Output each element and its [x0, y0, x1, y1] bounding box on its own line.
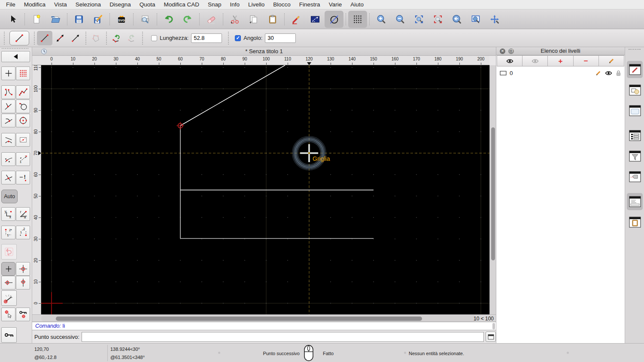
- snap-grid-button[interactable]: [16, 66, 30, 80]
- coords-polar-button[interactable]: ra: [16, 207, 30, 221]
- select-cursor-button[interactable]: [3, 11, 22, 28]
- snap-tangent-button[interactable]: [1, 114, 15, 127]
- undo-button[interactable]: [159, 11, 178, 28]
- open-file-button[interactable]: [46, 11, 65, 28]
- save-as-button[interactable]: [88, 11, 107, 28]
- coords-cartesian-button[interactable]: yx: [1, 207, 15, 221]
- layer-list-widget-button[interactable]: [627, 61, 643, 78]
- entity-list-widget-button[interactable]: [627, 127, 643, 144]
- relative-corner-a-button[interactable]: 12: [1, 226, 15, 239]
- menu-item-quota[interactable]: Quota: [135, 1, 160, 8]
- draw-pen-button[interactable]: [287, 11, 306, 28]
- save-button[interactable]: [70, 11, 88, 28]
- set-relative-zero-button[interactable]: [1, 308, 15, 321]
- paste-button[interactable]: [263, 11, 282, 28]
- zoom-auto-entities-button[interactable]: [428, 11, 447, 28]
- layer-color-swatch[interactable]: [500, 71, 507, 75]
- menu-item-seleziona[interactable]: Seleziona: [71, 1, 105, 8]
- dock-strip-handle[interactable]: [629, 49, 641, 50]
- snap-distance-button[interactable]: [16, 100, 30, 113]
- layer-row[interactable]: 0: [496, 68, 625, 78]
- auto-snap-button[interactable]: Auto: [1, 190, 18, 203]
- snap-intersection-button[interactable]: [1, 171, 15, 184]
- layer-lock-icon[interactable]: [616, 70, 621, 76]
- sidebar-handle[interactable]: [2, 48, 28, 49]
- library-browser-widget-button[interactable]: [627, 102, 643, 119]
- restrict-off-button[interactable]: [1, 244, 17, 259]
- lighting-widget-button[interactable]: [627, 168, 643, 185]
- lock-relative-zero-alt-button[interactable]: [1, 327, 17, 343]
- horizontal-scrollbar[interactable]: 10 < 100: [32, 314, 496, 322]
- length-input[interactable]: [191, 33, 222, 43]
- menu-item-blocco[interactable]: Blocco: [269, 1, 295, 8]
- snap-divide-points-button[interactable]: 12: [16, 152, 30, 166]
- menu-item-snap[interactable]: Snap: [204, 1, 226, 8]
- snap-endpoints-button[interactable]: [1, 85, 15, 99]
- menu-item-disegna[interactable]: Disegna: [105, 1, 135, 8]
- horizontal-scrollbar-track[interactable]: [41, 315, 477, 322]
- restrict-orthogonal-button[interactable]: [16, 262, 30, 276]
- drawing-canvas[interactable]: Griglia: [41, 65, 489, 314]
- undo-segment-button[interactable]: [109, 31, 125, 45]
- angle-input[interactable]: [265, 33, 296, 43]
- toolbar-handle[interactable]: [34, 32, 35, 45]
- layer-visibility-icon[interactable]: [605, 70, 612, 76]
- snap-bounding-box-button[interactable]: [16, 133, 30, 147]
- line-tool-button[interactable]: [306, 11, 325, 28]
- block-list-widget-button[interactable]: [627, 81, 643, 99]
- line-segments-button[interactable]: [37, 31, 52, 45]
- zoom-in-button[interactable]: [372, 11, 391, 28]
- zoom-out-button[interactable]: [391, 11, 410, 28]
- relative-corner-b-button[interactable]: 12: [16, 226, 30, 239]
- zoom-pan-button[interactable]: [485, 11, 504, 28]
- snap-divide-button[interactable]: [1, 152, 15, 166]
- add-layer-button[interactable]: +: [547, 55, 573, 66]
- remove-layer-button[interactable]: −: [573, 55, 599, 66]
- new-document-button[interactable]: [27, 11, 46, 28]
- menu-item-file[interactable]: File: [2, 1, 20, 8]
- angle-gauge-button[interactable]: [1, 290, 17, 306]
- hide-all-layers-button[interactable]: [522, 55, 548, 66]
- length-checkbox[interactable]: [151, 35, 157, 41]
- active-tool-line-button[interactable]: [9, 31, 29, 45]
- command-dock-toggle-button[interactable]: [486, 332, 496, 342]
- restrict-vertical-button[interactable]: [16, 276, 30, 290]
- redo-segment-button[interactable]: [125, 31, 140, 45]
- snap-perpendicular-button[interactable]: [1, 100, 15, 113]
- restrict-horizontal-button[interactable]: [1, 276, 15, 290]
- export-svg-button[interactable]: SVG: [112, 11, 131, 28]
- vertical-scrollbar-thumb[interactable]: [491, 127, 495, 260]
- horizontal-scrollbar-thumb[interactable]: [56, 317, 422, 321]
- toolbar-handle[interactable]: [4, 32, 5, 45]
- restrict-free-button[interactable]: [1, 262, 15, 276]
- menu-item-vista[interactable]: Vista: [50, 1, 71, 8]
- menu-item-modifica[interactable]: Modifica: [20, 1, 50, 8]
- menu-item-aiuto[interactable]: Aiuto: [346, 1, 368, 8]
- snap-middle-button[interactable]: [1, 133, 15, 147]
- zoom-auto-button[interactable]: [410, 11, 428, 28]
- zoom-previous-button[interactable]: [447, 11, 466, 28]
- menu-item-modifica-cad[interactable]: Modifica CAD: [159, 1, 204, 8]
- copy-button[interactable]: [244, 11, 263, 28]
- notes-widget-button[interactable]: [627, 214, 643, 231]
- show-all-layers-button[interactable]: [497, 55, 522, 66]
- layer-panel-titlebar[interactable]: ✕ ❐ Elenco dei livelli: [496, 47, 625, 55]
- ellipse-tool-button[interactable]: [325, 11, 343, 28]
- edit-layer-button[interactable]: [598, 55, 624, 66]
- menu-item-varie[interactable]: Varie: [325, 1, 346, 8]
- menu-item-livello[interactable]: Livello: [244, 1, 269, 8]
- layer-edit-icon[interactable]: [595, 70, 601, 76]
- snap-center-button[interactable]: [16, 114, 30, 127]
- snap-intersection-manual-button[interactable]: !: [16, 171, 30, 184]
- cut-button[interactable]: [225, 11, 244, 28]
- eraser-button[interactable]: [202, 11, 221, 28]
- line-double-arrow-button[interactable]: [52, 31, 68, 45]
- document-titlebar[interactable]: * Senza titolo 1: [32, 47, 496, 56]
- command-history-scrollbar[interactable]: [492, 323, 495, 329]
- snap-free-button[interactable]: [1, 66, 15, 80]
- snap-on-entity-button[interactable]: [16, 85, 30, 99]
- menu-item-info[interactable]: Info: [226, 1, 244, 8]
- selection-filter-widget-button[interactable]: [627, 148, 643, 165]
- command-widget-button[interactable]: [627, 193, 643, 210]
- vertical-scrollbar[interactable]: [489, 65, 496, 314]
